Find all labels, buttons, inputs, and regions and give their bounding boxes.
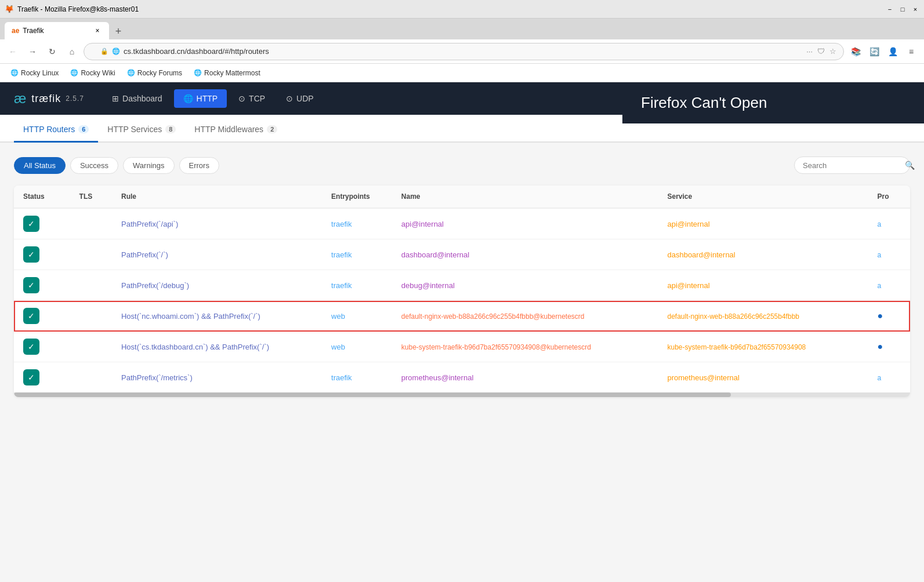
forward-icon: → [28,47,37,56]
filter-all-status[interactable]: All Status [14,157,66,174]
home-icon: ⌂ [70,47,74,56]
row-name: default-nginx-web-b88a266c96c255b4fbbb@k… [392,301,658,332]
new-tab-button[interactable]: + [110,23,126,39]
row-tls [70,362,112,393]
scrollbar-thumb[interactable] [14,392,731,397]
firefox-icon: 🦊 [5,5,14,13]
close-button[interactable]: × [911,5,919,13]
titlebar-left: 🦊 Traefik - Mozilla Firefox@k8s-master01 [5,5,139,13]
row-status: ✓ [14,301,70,332]
row-entrypoints: traefik [322,270,392,301]
routers-table: Status TLS Rule Entrypoints Name Service… [14,185,910,392]
titlebar-right: − □ × [886,5,919,13]
forward-button[interactable]: → [24,43,41,60]
table-row[interactable]: ✓ PathPrefix(`/debug`) traefik debug@int… [14,270,910,301]
back-button[interactable]: ← [5,43,21,60]
tab-http-services[interactable]: HTTP Services 8 [98,118,185,143]
filter-errors[interactable]: Errors [179,157,219,174]
row-status: ✓ [14,362,70,393]
row-service: api@internal [658,208,868,239]
profile-button[interactable]: 👤 [885,43,901,60]
status-success-icon: ✓ [23,339,39,355]
status-success-icon: ✓ [23,277,39,293]
url-bar[interactable]: 🔒 🌐 cs.tkdashboard.cn/dashboard/#/http/r… [84,43,844,60]
active-tab[interactable]: ae Traefik × [5,22,109,39]
filter-success[interactable]: Success [70,157,118,174]
traefik-logo-icon: æ [14,90,27,107]
tab-http-middlewares[interactable]: HTTP Middlewares 2 [185,118,287,143]
maximize-button[interactable]: □ [898,5,907,13]
row-tls [70,239,112,270]
table-row[interactable]: ✓ PathPrefix(`/`) traefik dashboard@inte… [14,239,910,270]
udp-icon: ⊙ [286,94,293,103]
globe-icon: 🌐 [127,69,135,77]
row-pro: a [868,362,910,393]
bookmark-rocky-mattermost[interactable]: 🌐 Rocky Mattermost [190,68,264,78]
table-row[interactable]: ✓ PathPrefix(`/api`) traefik api@interna… [14,208,910,239]
hamburger-icon: ≡ [909,47,914,56]
header-service: Service [658,185,868,208]
bookmark-rocky-linux[interactable]: 🌐 Rocky Linux [7,68,62,78]
shield-verify-icon: 🛡 [817,47,825,56]
bookmark-rocky-wiki[interactable]: 🌐 Rocky Wiki [67,68,118,78]
table-body: ✓ PathPrefix(`/api`) traefik api@interna… [14,208,910,392]
minimize-button[interactable]: − [886,5,894,13]
row-entrypoints: traefik [322,362,392,393]
plus-icon: + [115,26,122,38]
row-service: default-nginx-web-b88a266c96c255b4fbbb [658,301,868,332]
globe-icon: 🌐 [70,69,78,77]
ff-cant-open-panel: Firefox Can't Open [622,82,924,123]
row-pro: a [868,270,910,301]
tab-http-routers[interactable]: HTTP Routers 6 [14,118,98,143]
home-button[interactable]: ⌂ [64,43,80,60]
filter-warnings[interactable]: Warnings [123,157,174,174]
table-row[interactable]: ✓ PathPrefix(`/metrics`) traefik prometh… [14,362,910,393]
star-button[interactable]: ☆ [829,47,836,56]
horizontal-scrollbar[interactable] [14,392,910,397]
row-pro: ● [868,301,910,332]
row-rule: PathPrefix(`/debug`) [112,270,322,301]
dots-button[interactable]: ··· [806,47,813,56]
search-input[interactable] [803,161,900,170]
nav-http-label: HTTP [197,94,218,103]
row-service: prometheus@internal [658,362,868,393]
row-status: ✓ [14,239,70,270]
nav-http[interactable]: 🌐 HTTP [174,89,227,108]
http-routers-badge: 6 [78,125,89,133]
minimize-icon: − [888,6,892,13]
status-success-icon: ✓ [23,216,39,232]
header-entrypoints: Entrypoints [322,185,392,208]
bookmarks-bar: 🌐 Rocky Linux 🌐 Rocky Wiki 🌐 Rocky Forum… [0,64,924,82]
sync-button[interactable]: 🔄 [866,43,882,60]
http-services-label: HTTP Services [107,125,162,134]
nav-bar: ← → ↻ ⌂ 🔒 🌐 cs.tkdashboard.cn/dashboard/… [0,39,924,64]
table-row-highlighted[interactable]: ✓ Host(`nc.whoami.com`) && PathPrefix(`/… [14,301,910,332]
nav-tcp[interactable]: ⊙ TCP [229,89,274,108]
menu-button[interactable]: ≡ [903,43,919,60]
bookmark-label: Rocky Forums [137,69,182,77]
bookmark-label: Rocky Wiki [81,69,115,77]
extensions-button[interactable]: 📚 [847,43,864,60]
row-pro: a [868,239,910,270]
tab-close-button[interactable]: × [93,26,102,35]
globe-icon: 🌐 [194,69,202,77]
shield-icon: 🔒 [100,48,108,55]
nav-udp[interactable]: ⊙ UDP [277,89,323,108]
row-tls [70,301,112,332]
status-filter-bar: All Status Success Warnings Errors 🔍 [14,157,910,174]
back-icon: ← [9,47,17,56]
nav-dashboard[interactable]: ⊞ Dashboard [103,89,172,108]
row-name: api@internal [392,208,658,239]
row-name: prometheus@internal [392,362,658,393]
table-scroll[interactable]: Status TLS Rule Entrypoints Name Service… [14,185,910,397]
table-row[interactable]: ✓ Host(`cs.tkdashboard.cn`) && PathPrefi… [14,332,910,362]
http-middlewares-label: HTTP Middlewares [194,125,263,134]
row-rule: Host(`nc.whoami.com`) && PathPrefix(`/`) [112,301,322,332]
ff-cant-open-text: Firefox Can't Open [641,94,767,111]
row-tls [70,270,112,301]
reload-button[interactable]: ↻ [44,43,60,60]
row-status: ✓ [14,332,70,362]
bookmark-rocky-forums[interactable]: 🌐 Rocky Forums [124,68,186,78]
maximize-icon: □ [901,6,905,13]
row-name: debug@internal [392,270,658,301]
